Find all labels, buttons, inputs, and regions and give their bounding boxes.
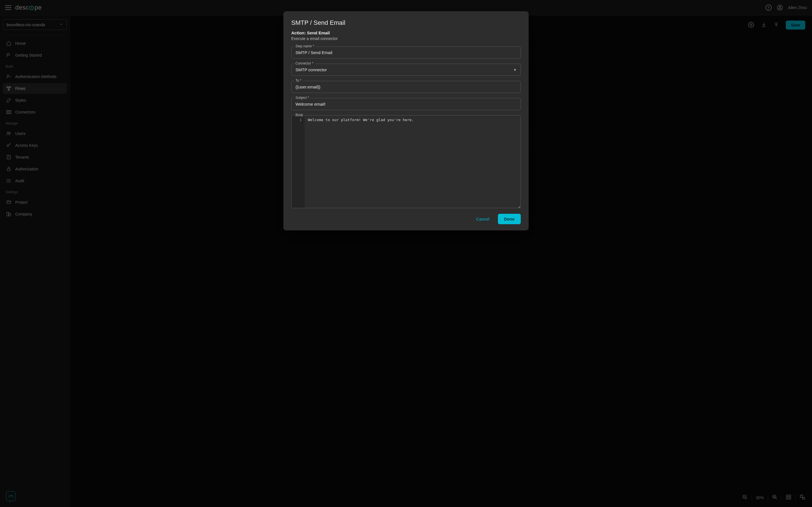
separator bbox=[752, 495, 752, 501]
sidebar-item-project[interactable]: Project bbox=[3, 197, 67, 208]
sidebar-item-connectors[interactable]: Connectors bbox=[3, 107, 67, 117]
step-name-input[interactable] bbox=[291, 47, 521, 59]
download-icon[interactable] bbox=[761, 22, 767, 29]
chevron-down-icon bbox=[59, 22, 63, 27]
separator bbox=[781, 495, 782, 501]
svg-line-23 bbox=[746, 498, 747, 499]
svg-rect-19 bbox=[7, 212, 8, 216]
canvas-toolbar: Save bbox=[748, 20, 805, 30]
connector-value: SMTP connector bbox=[296, 67, 327, 72]
project-select[interactable]: boundless-iris-coanda bbox=[3, 19, 67, 30]
upload-icon[interactable] bbox=[773, 22, 779, 29]
flows-icon bbox=[6, 86, 12, 91]
field-connector: Connector * SMTP connector ▼ bbox=[291, 64, 521, 76]
user-name[interactable]: Allen Zhou bbox=[788, 5, 807, 10]
sidebar-item-styles[interactable]: Styles bbox=[3, 95, 67, 106]
body-content[interactable]: Welcome to our platform! We're glad you'… bbox=[305, 115, 520, 208]
sidebar-label: Authorization bbox=[15, 167, 38, 171]
users-icon bbox=[6, 131, 12, 136]
modal-action-label: Action: Send Email bbox=[291, 31, 521, 35]
sidebar-label: Audit bbox=[15, 179, 24, 183]
menu-icon[interactable] bbox=[5, 5, 11, 10]
project-name: boundless-iris-coanda bbox=[6, 22, 45, 27]
connector-label: Connector * bbox=[294, 61, 315, 65]
sidebar-item-company[interactable]: Company bbox=[3, 209, 67, 219]
svg-point-8 bbox=[7, 145, 8, 147]
logo: descpe bbox=[15, 4, 42, 11]
modal-title: SMTP / Send Email bbox=[291, 19, 521, 26]
modal-actions: Cancel Done bbox=[291, 214, 521, 224]
topbar-left: descpe bbox=[5, 4, 42, 11]
sidebar-item-tenants[interactable]: Tenants bbox=[3, 152, 67, 163]
send-email-modal: SMTP / Send Email Action: Send Email Exe… bbox=[283, 11, 529, 230]
sidebar-label: Users bbox=[15, 131, 26, 136]
sidebar-item-home[interactable]: Home bbox=[3, 38, 67, 49]
feedback-icon[interactable]: {✦} bbox=[6, 491, 16, 501]
save-button[interactable]: Save bbox=[786, 20, 805, 30]
sidebar-item-users[interactable]: Users bbox=[3, 128, 67, 139]
topbar-right: ? Allen Zhou bbox=[765, 4, 807, 11]
svg-point-16 bbox=[7, 182, 7, 182]
sidebar-item-getting-started[interactable]: Getting Started bbox=[3, 50, 67, 61]
svg-rect-3 bbox=[7, 87, 8, 88]
field-subject: Subject * bbox=[291, 98, 521, 110]
sidebar-item-auth-methods[interactable]: Authentication Methods bbox=[3, 71, 67, 82]
sidebar-label: Tenants bbox=[15, 155, 29, 159]
resize-handle-icon[interactable]: ◢ bbox=[518, 206, 520, 208]
svg-rect-32 bbox=[803, 497, 805, 499]
subject-input[interactable] bbox=[291, 98, 521, 110]
divider bbox=[3, 35, 66, 35]
lock-icon bbox=[6, 166, 12, 172]
section-manage: Manage bbox=[3, 119, 67, 127]
cancel-button[interactable]: Cancel bbox=[472, 214, 494, 224]
svg-rect-20 bbox=[9, 213, 11, 216]
line-gutter: 1 bbox=[292, 115, 305, 208]
project-icon bbox=[6, 200, 12, 205]
svg-rect-4 bbox=[9, 87, 11, 88]
svg-rect-10 bbox=[7, 169, 10, 171]
svg-point-15 bbox=[7, 180, 7, 181]
flag-icon bbox=[6, 53, 12, 58]
sidebar-label: Authentication Methods bbox=[15, 74, 56, 79]
svg-point-7 bbox=[9, 132, 10, 133]
svg-rect-29 bbox=[786, 495, 791, 499]
section-settings: Settings bbox=[3, 187, 67, 196]
company-icon bbox=[6, 212, 12, 217]
sidebar-label: Flows bbox=[15, 86, 26, 91]
svg-rect-31 bbox=[801, 495, 803, 497]
sidebar-label: Company bbox=[15, 212, 32, 216]
sidebar-item-flows[interactable]: Flows bbox=[3, 83, 67, 94]
sidebar-label: Home bbox=[15, 41, 26, 46]
separator bbox=[768, 495, 768, 501]
sidebar-label: Getting Started bbox=[15, 53, 42, 57]
body-label: Body bbox=[294, 113, 305, 117]
minimap-icon[interactable] bbox=[800, 494, 805, 501]
sidebar-item-audit[interactable]: Audit bbox=[3, 175, 67, 186]
zoom-in-icon[interactable] bbox=[772, 494, 777, 501]
fit-view-icon[interactable] bbox=[786, 494, 792, 501]
sidebar-item-authorization[interactable]: Authorization bbox=[3, 164, 67, 174]
zoom-out-icon[interactable] bbox=[742, 494, 748, 501]
connector-select[interactable]: SMTP connector ▼ bbox=[291, 64, 521, 76]
done-button[interactable]: Done bbox=[498, 214, 521, 224]
field-body: Body 1 Welcome to our platform! We're gl… bbox=[291, 115, 521, 208]
home-icon bbox=[6, 41, 12, 46]
svg-point-1 bbox=[779, 6, 781, 8]
svg-rect-30 bbox=[788, 496, 790, 498]
puzzle-icon bbox=[6, 110, 12, 115]
sidebar-label: Project bbox=[15, 200, 28, 205]
sidebar: boundless-iris-coanda Home Getting Start… bbox=[0, 15, 70, 507]
to-label: To * bbox=[294, 78, 303, 82]
gear-icon[interactable] bbox=[748, 22, 754, 29]
building-icon bbox=[6, 155, 12, 160]
sidebar-item-access-keys[interactable]: Access Keys bbox=[3, 140, 67, 151]
sidebar-label: Connectors bbox=[15, 110, 36, 114]
zoom-percent: 30% bbox=[756, 496, 764, 500]
user-avatar-icon[interactable] bbox=[777, 4, 783, 11]
to-input[interactable] bbox=[291, 81, 521, 93]
body-editor[interactable]: 1 Welcome to our platform! We're glad yo… bbox=[291, 115, 521, 208]
svg-point-21 bbox=[751, 24, 752, 25]
section-build: Build bbox=[3, 62, 67, 70]
help-icon[interactable]: ? bbox=[765, 4, 772, 11]
dropdown-arrow-icon: ▼ bbox=[513, 68, 516, 71]
